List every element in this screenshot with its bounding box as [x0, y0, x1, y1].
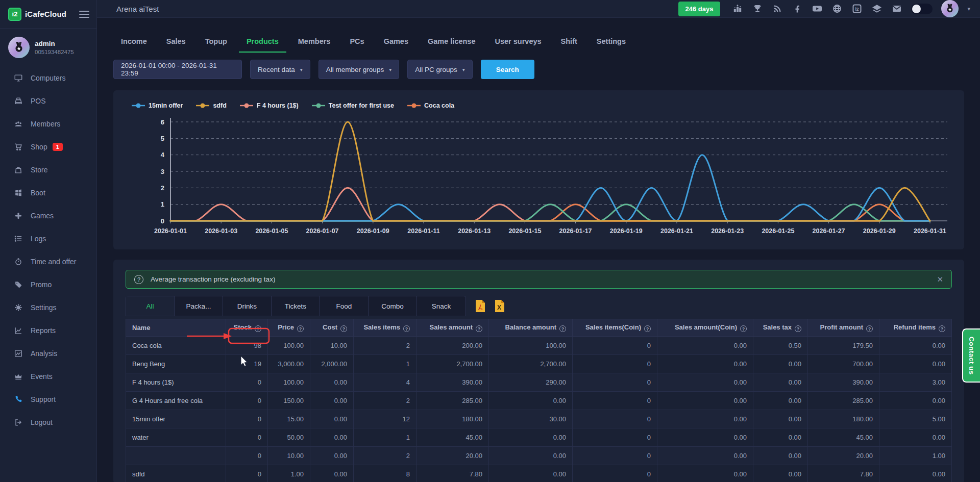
sidebar-item-reports[interactable]: Reports — [0, 319, 96, 342]
value-cell: 0.00 — [657, 355, 753, 373]
column-header-sales-items: Sales items? — [354, 319, 416, 337]
sidebar-item-shop[interactable]: Shop1 — [0, 135, 96, 158]
recent-data-select[interactable]: Recent data▾ — [250, 60, 310, 79]
chevron-down-icon: ▾ — [300, 67, 303, 72]
category-tab-tickets[interactable]: Tickets — [272, 296, 320, 316]
svg-text:6: 6 — [161, 118, 164, 126]
excel-export-icon[interactable]: X — [494, 299, 506, 313]
date-range-input[interactable]: 2026-01-01 00:00 - 2026-01-31 23:59 — [113, 60, 242, 79]
brand-name: iCafeCloud — [25, 10, 66, 18]
category-tab-combo[interactable]: Combo — [369, 296, 417, 316]
column-header-stock: Stock? — [226, 319, 268, 337]
topbar-actions: 246 days i2▾ — [678, 0, 970, 17]
value-cell: 100.00 — [268, 337, 310, 355]
sidebar-item-label: Store — [31, 166, 47, 174]
sidebar-item-games[interactable]: Games — [0, 204, 96, 227]
chevron-down-icon[interactable]: ▾ — [967, 6, 970, 12]
member-groups-select[interactable]: All member groups▾ — [318, 60, 399, 79]
sidebar-item-support[interactable]: Support — [0, 388, 96, 411]
search-button[interactable]: Search — [481, 60, 534, 79]
tab-products[interactable]: Products — [239, 33, 286, 53]
contact-us-tab[interactable]: Contact us — [962, 328, 980, 383]
icafecloud-logo-icon[interactable]: i2 — [8, 8, 21, 21]
sidebar-item-events[interactable]: Events — [0, 365, 96, 388]
legend-item-test-offer-for-first-use[interactable]: Test offer for first use — [312, 102, 394, 109]
icafecloud-icon[interactable]: i2 — [851, 3, 863, 14]
table-row[interactable]: 15min offer015.000.0012180.0030.0000.000… — [126, 410, 952, 428]
license-days-badge[interactable]: 246 days — [678, 2, 721, 16]
tab-members[interactable]: Members — [290, 33, 338, 53]
table-row[interactable]: water050.000.00145.000.0000.000.0045.000… — [126, 428, 952, 447]
sidebar-item-members[interactable]: Members — [0, 112, 96, 135]
tab-shift[interactable]: Shift — [553, 33, 585, 53]
value-cell: 285.00 — [808, 392, 879, 410]
sidebar-item-label: Analysis — [31, 349, 57, 358]
line-chart[interactable]: 01234562026-01-012026-01-032026-01-05202… — [126, 112, 952, 245]
value-cell: 0.00 — [489, 465, 573, 482]
table-row[interactable]: G 4 Hours and free cola0150.000.002285.0… — [126, 392, 952, 410]
svg-text:2026-01-03: 2026-01-03 — [205, 227, 237, 235]
category-tab-snack[interactable]: Snack — [417, 296, 465, 316]
rss-icon[interactable] — [772, 3, 783, 14]
promo-icon — [13, 280, 23, 290]
hamburger-menu-icon[interactable] — [79, 9, 89, 20]
value-cell: 0.00 — [657, 373, 753, 392]
help-circle-icon: ? — [939, 325, 945, 332]
legend-item-f-4-hours-1-[interactable]: F 4 hours (1$) — [240, 102, 299, 109]
category-tab-food[interactable]: Food — [320, 296, 369, 316]
filters-row: 2026-01-01 00:00 - 2026-01-31 23:59 Rece… — [113, 60, 964, 79]
tab-game-license[interactable]: Game license — [420, 33, 483, 53]
category-tab-all[interactable]: All — [126, 296, 175, 316]
user-avatar[interactable] — [941, 0, 959, 17]
sidebar-item-logout[interactable]: Logout — [0, 411, 96, 434]
pc-groups-select[interactable]: All PC groups▾ — [407, 60, 473, 79]
tab-topup[interactable]: Topup — [198, 33, 235, 53]
sales-chart-card: 15min offersdfdF 4 hours (1$)Test offer … — [113, 90, 964, 249]
help-circle-icon: ? — [255, 325, 261, 332]
youtube-icon[interactable] — [812, 3, 823, 14]
table-row[interactable]: Coca cola98100.0010.002200.00100.0000.00… — [126, 337, 952, 355]
trophy-icon[interactable] — [752, 3, 763, 14]
tab-pcs[interactable]: PCs — [342, 33, 372, 53]
globe-icon[interactable] — [831, 3, 843, 14]
avatar[interactable] — [8, 37, 30, 58]
legend-item-15min-offer[interactable]: 15min offer — [132, 102, 183, 109]
sidebar-item-settings[interactable]: Settings — [0, 296, 96, 319]
sidebar-item-pos[interactable]: POS — [0, 89, 96, 112]
sidebar-item-boot[interactable]: Boot — [0, 181, 96, 204]
category-tab-packa[interactable]: Packa... — [175, 296, 223, 316]
tab-income[interactable]: Income — [113, 33, 155, 53]
sidebar-item-promo[interactable]: Promo — [0, 273, 96, 296]
sidebar-item-store[interactable]: Store — [0, 158, 96, 181]
sidebar-item-computers[interactable]: Computers — [0, 66, 96, 89]
themes-icon[interactable] — [871, 3, 883, 14]
page-tabs: IncomeSalesTopupProductsMembersPCsGamesG… — [113, 33, 964, 53]
pdf-export-icon[interactable] — [474, 299, 486, 313]
legend-item-sdfd[interactable]: sdfd — [196, 102, 226, 109]
legend-item-coca-cola[interactable]: Coca cola — [407, 102, 454, 109]
table-row[interactable]: F 4 hours (1$)0100.000.004390.00290.0000… — [126, 373, 952, 392]
page-title: Arena aiTest — [116, 5, 159, 13]
value-cell: 8 — [354, 465, 416, 482]
banner-close-icon[interactable]: ✕ — [937, 275, 943, 284]
games-icon — [13, 211, 23, 221]
table-row[interactable]: sdfd01.000.0087.800.0000.000.007.800.00 — [126, 465, 952, 482]
table-row[interactable]: Beng Beng193,000.002,000.0012,700.002,70… — [126, 355, 952, 373]
column-header-balance-amount: Balance amount? — [489, 319, 573, 337]
table-row[interactable]: 010.000.00220.000.0000.000.0020.001.00 — [126, 447, 952, 465]
podium-icon[interactable] — [732, 3, 743, 14]
category-tab-drinks[interactable]: Drinks — [223, 296, 272, 316]
svg-text:2026-01-19: 2026-01-19 — [610, 227, 643, 235]
dark-mode-toggle[interactable] — [911, 4, 933, 14]
tab-settings[interactable]: Settings — [589, 33, 633, 53]
tab-sales[interactable]: Sales — [159, 33, 193, 53]
sidebar-item-time-and-offer[interactable]: Time and offer — [0, 250, 96, 273]
tab-user-surveys[interactable]: User surveys — [487, 33, 549, 53]
sidebar-item-label: Time and offer — [31, 258, 77, 266]
tab-games[interactable]: Games — [376, 33, 416, 53]
sidebar-item-logs[interactable]: Logs — [0, 227, 96, 250]
mail-icon[interactable] — [891, 3, 902, 14]
value-cell: 4 — [354, 373, 416, 392]
sidebar-item-analysis[interactable]: Analysis — [0, 342, 96, 365]
facebook-icon[interactable] — [792, 3, 803, 14]
